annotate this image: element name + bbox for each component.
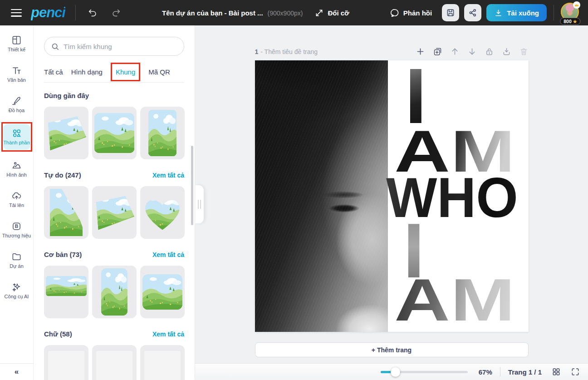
sidebar-item-label: Thiết kế [8,47,25,53]
topbar: penci Tên dự án của bạn - Bài post ... (… [0,0,588,25]
sidebar-item-label: Tải lên [9,203,24,208]
landscape-preview [142,193,183,232]
frame-row-recent [44,107,184,159]
section-header-letters: Chữ (58) Xem tất cả [44,330,184,338]
sidebar-item-label: Công cụ AI [5,294,29,300]
search-input[interactable] [64,43,177,50]
frame-thumbnail[interactable] [140,186,185,239]
landscape-preview [142,274,182,310]
upload-cloud-icon [11,191,22,201]
graphics-pen-icon [11,96,22,106]
star-icon: ★ [573,19,577,24]
export-page-icon[interactable] [502,47,511,56]
move-down-icon[interactable] [467,47,477,56]
frame-thumbnail[interactable] [44,266,88,318]
frame-thumbnail[interactable] [44,107,88,159]
frame-thumbnail[interactable] [140,266,185,318]
zoom-slider-handle[interactable] [391,367,400,377]
tab-qr[interactable]: Mã QR [148,65,170,79]
penci-logo[interactable]: penci [31,5,65,21]
move-up-icon[interactable] [450,47,460,56]
see-all-link[interactable]: Xem tất cả [152,251,184,258]
menu-icon[interactable] [11,9,22,17]
brand-icon: B [11,221,22,232]
see-all-link[interactable]: Xem tất cả [152,331,184,338]
typography-artwork[interactable]: I AM WHO I AM [388,60,529,332]
topbar-divider [75,5,76,20]
page-number: 1 [255,48,259,55]
landscape-preview [46,276,87,296]
sidebar-footer: « [0,363,34,380]
grid-view-icon[interactable] [552,367,561,376]
sidebar-item-graphics[interactable]: Đồ họa [2,92,31,118]
save-button[interactable] [442,4,459,21]
frame-row-letters [44,345,184,380]
landscape-preview [94,195,134,230]
sidebar-item-brand[interactable]: B Thương hiệu [2,217,31,243]
tab-all[interactable]: Tất cả [44,65,63,79]
crown-badge-icon [573,1,580,9]
section-header-recent: Dùng gần đây [44,92,184,99]
sidebar-item-ai-tools[interactable]: Công cụ AI [2,278,31,304]
fullscreen-icon[interactable] [571,367,580,376]
ai-tools-icon [11,282,22,292]
resize-label: Đổi cỡ [328,9,349,17]
resize-button[interactable]: Đổi cỡ [314,8,349,18]
section-title: Chữ (58) [44,330,72,338]
artwork-text-line[interactable]: AM [394,270,515,330]
panel-scrollbar[interactable] [191,146,193,225]
delete-page-icon[interactable] [519,47,529,56]
account-menu[interactable]: 800 ★ [560,3,581,23]
section-title: Tự do (247) [44,171,81,179]
zoom-level: 67% [479,368,492,376]
sidebar-item-label: Thương hiệu [2,233,31,239]
grip-icon [198,200,199,209]
section-header-freeform: Tự do (247) Xem tất cả [44,171,184,179]
sidebar-item-uploads[interactable]: Tải lên [2,187,31,212]
frame-thumbnail[interactable] [92,186,137,239]
project-title[interactable]: Tên dự án của bạn - Bài post ... [162,9,263,17]
add-page-button[interactable]: + Thêm trang [255,342,529,357]
collapse-sidebar-button[interactable]: « [15,367,19,376]
sidebar-item-images[interactable]: Hình ảnh [2,156,31,182]
frame-thumbnail[interactable] [92,345,137,380]
feedback-button[interactable]: Phản hồi [390,8,432,18]
lock-page-icon[interactable] [485,47,494,56]
tab-frames[interactable]: Khung [116,65,135,79]
landscape-preview [148,110,176,156]
sidebar-item-design[interactable]: Thiết kế [2,31,31,57]
see-all-link[interactable]: Xem tất cả [152,172,184,179]
frame-thumbnail[interactable] [44,186,88,239]
frame-row-freeform [44,186,184,239]
zoom-slider[interactable] [381,371,468,373]
panel-collapse-handle[interactable] [195,185,204,223]
page-title[interactable]: - Thêm tiêu đề trang [260,48,318,55]
sidebar-item-label: Hình ảnh [6,173,27,178]
canvas-page[interactable]: I AM WHO I AM [255,60,529,332]
share-button[interactable] [464,4,481,21]
frame-thumbnail[interactable] [92,266,137,318]
redo-icon[interactable] [111,8,121,18]
sidebar-item-label: Dự án [10,264,24,269]
frame-thumbnail[interactable] [140,345,185,380]
frame-thumbnail[interactable] [92,107,137,159]
tab-shapes[interactable]: Hình dạng [71,65,103,79]
design-grid-icon [11,35,22,45]
frame-thumbnail[interactable] [140,107,185,159]
undo-icon[interactable] [88,8,98,18]
feedback-bubble-icon [390,8,400,18]
save-floppy-icon [446,8,455,17]
annotation-box-frames-tab: Khung [111,63,140,81]
portrait-photo[interactable] [255,60,388,332]
sidebar-item-components[interactable]: Thành phần [3,124,30,150]
landscape-preview [94,113,134,153]
sidebar-item-projects[interactable]: Dự án [2,247,31,273]
sidebar-item-text[interactable]: Văn bản [2,61,31,87]
download-button[interactable]: Tải xuống [486,4,547,21]
components-shapes-icon [11,128,22,138]
sidebar-item-label: Văn bản [7,78,26,83]
page-header: 1 - Thêm tiêu đề trang [255,47,529,56]
frame-thumbnail[interactable] [44,345,88,380]
duplicate-page-icon[interactable] [433,47,442,56]
landscape-preview [101,268,127,316]
